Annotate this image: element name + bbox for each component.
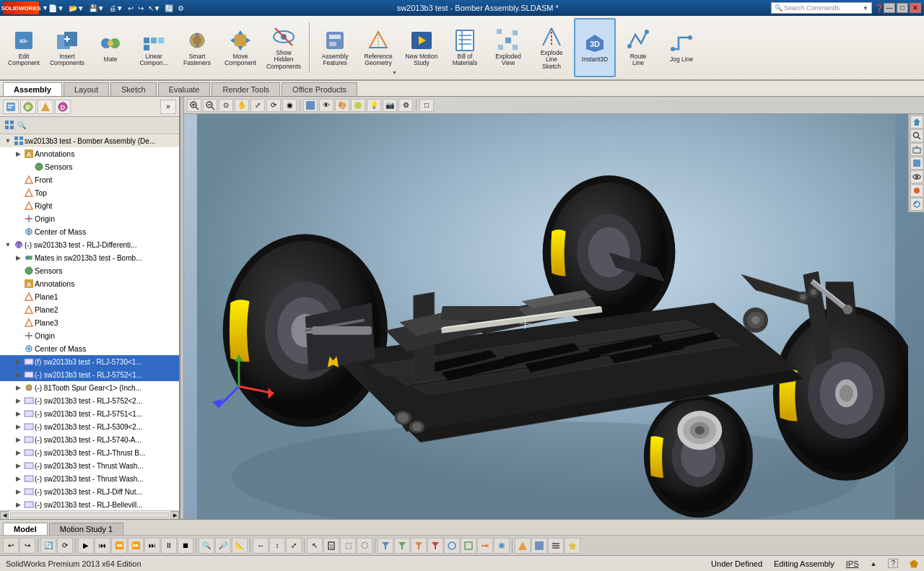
bt-filter8[interactable] [494,538,510,554]
tool-edit-component[interactable]: ✏ EditComponent [3,18,45,77]
tree-item-rlj-5752[interactable]: ▶ (-) sw2013b3 test - RLJ-5752<1... [0,368,179,381]
sidebar-expand-btn[interactable]: » [160,100,176,114]
new-btn[interactable]: 📄▼ [48,4,64,12]
tab-office-products[interactable]: Office Products [282,82,357,96]
vp-right-appearance-btn[interactable] [910,184,923,197]
save-btn[interactable]: 💾▼ [89,4,105,12]
vp-settings-btn[interactable]: ⚙ [398,99,413,112]
vp-hide-show-btn[interactable]: 👁 [319,99,334,112]
vp-pan-btn[interactable]: ✋ [235,99,249,112]
sidebar-hscroll-track[interactable] [10,513,169,518]
restore-btn[interactable]: □ [897,3,908,13]
tree-item-top[interactable]: ▶ Top [0,186,179,199]
vp-zoom-fit-btn[interactable]: ⊙ [219,99,233,112]
vp-display-style-btn[interactable] [303,99,318,112]
tool-new-motion-study[interactable]: New MotionStudy [401,18,443,77]
tree-item-thrust-wash2[interactable]: ▶ (-) sw2013b3 test - Thrust Wash... [0,472,179,485]
tool-linear-component[interactable]: LinearCompon... [133,18,175,77]
bt-filter4[interactable] [427,538,443,554]
bt-rebuild-all[interactable]: ⟳ [57,538,73,554]
bt-filter2[interactable] [394,538,410,554]
vp-zoom-in-btn[interactable] [187,99,201,112]
open-btn[interactable]: 📂▼ [69,4,84,12]
titlebar-menu-arrow[interactable]: ▼ [42,4,48,12]
bt-last[interactable]: ⏭ [144,538,160,554]
bottom-tab-motion-study[interactable]: Motion Study 1 [49,523,123,535]
tree-item-mates[interactable]: ▶ Mates in sw2013b3 test - Bomb... [0,251,179,264]
tree-item-front[interactable]: ▶ Front [0,173,179,186]
vp-right-home-btn[interactable] [910,115,923,128]
sidebar-hscroll-right[interactable]: ▶ [170,511,179,520]
vp-select-btn[interactable]: ◉ [282,99,297,112]
tree-item-differential[interactable]: ▼ (-) (-) sw2013b3 test - RLJ-Differenti… [0,238,179,251]
tree-item-center-mass1[interactable]: ▶ Center of Mass [0,225,179,238]
tree-item-origin2[interactable]: ▶ Origin [0,329,179,342]
vp-right-zoom-btn[interactable] [910,129,923,142]
viewport[interactable]: ⊙ ✋ ⤢ ⟳ ◉ 👁 🎨 💡 📷 ⚙ □ [184,97,924,519]
tab-assembly[interactable]: Assembly [3,82,62,96]
bt-prev[interactable]: ⏪ [111,538,127,554]
bt-box-select[interactable]: ⬚ [340,538,356,554]
bt-more4[interactable] [565,538,580,554]
vp-right-display-btn[interactable] [910,157,923,170]
bt-lasso[interactable]: 〇 [357,538,372,554]
tree-item-bellevill[interactable]: ▶ (-) sw2013b3 test - RLJ-Bellevill... [0,498,179,510]
tree-item-annotations2[interactable]: ▶ A Annotations [0,277,179,290]
tree-item-plane2[interactable]: ▶ Plane2 [0,303,179,316]
rebuild-btn[interactable]: 🔄 [165,4,173,12]
tree-item-thrust-wash1[interactable]: ▶ (-) sw2013b3 test - Thrust Wash... [0,459,179,472]
bt-stop[interactable]: ⏹ [178,538,193,554]
tree-item-diff-nut[interactable]: ▶ (-) sw2013b3 test - RLJ-Diff Nut... [0,485,179,498]
bt-select[interactable]: ↖ [307,538,323,554]
select-btn[interactable]: ↖▼ [148,4,161,12]
tool-show-hidden[interactable]: ShowHiddenComponents [263,18,305,77]
tree-item-sensors2[interactable]: ▶ Sensors [0,264,179,277]
bt-pause[interactable]: ⏸ [161,538,177,554]
tab-render-tools[interactable]: Render Tools [212,82,280,96]
bt-filter6[interactable] [461,538,476,554]
vp-right-view-orient-btn[interactable] [910,143,923,156]
bt-pan-h[interactable]: ↔ [253,538,269,554]
bt-rebuild[interactable]: 🔄 [40,538,56,554]
vp-right-hide-btn[interactable] [910,170,923,183]
vp-right-realview-btn[interactable] [910,198,923,211]
tool-mate[interactable]: Mate [90,18,131,77]
tab-layout[interactable]: Layout [64,82,109,96]
vp-scene-btn[interactable] [351,99,365,112]
bt-filter3[interactable] [411,538,427,554]
tree-item-rlj-5309[interactable]: ▶ (-) sw2013b3 test - RLJ-5309<2... [0,420,179,433]
vp-split-view-btn[interactable]: □ [419,99,434,112]
vp-lights-btn[interactable]: 💡 [367,99,381,112]
model-canvas[interactable] [184,114,908,519]
bt-filter1[interactable] [378,538,393,554]
print-btn[interactable]: 🖨▼ [109,4,123,12]
sidebar-filter-icon[interactable]: 🔍 [17,121,26,129]
tool-assembly-features[interactable]: AssemblyFeatures [314,18,356,77]
bt-measure[interactable]: 📐 [232,538,248,554]
tree-item-rlj-5740[interactable]: ▶ (-) sw2013b3 test - RLJ-5740-A... [0,433,179,446]
tool-insert-components[interactable]: InsertComponents [46,18,88,77]
bottom-tab-model[interactable]: Model [3,523,48,535]
sidebar-propertymanager-btn[interactable]: P [20,100,36,114]
sidebar-configurationmanager-btn[interactable] [38,100,53,114]
bt-more1[interactable] [515,538,531,554]
tree-item-thrust-b[interactable]: ▶ (-) sw2013b3 test - RLJ-Thrust B... [0,446,179,459]
reference-geometry-dropdown[interactable]: ▼ [392,70,397,75]
tree-item-spur-gear[interactable]: ▶ (-) 81Tooth Spur Gear<1> (Inch... [0,381,179,394]
tab-sketch[interactable]: Sketch [110,82,157,96]
tool-route-line[interactable]: RouteLine [617,18,659,77]
sidebar-hscroll-left[interactable]: ◀ [0,511,9,520]
tab-evaluate[interactable]: Evaluate [158,82,211,96]
tree-item-plane3[interactable]: ▶ Plane3 [0,316,179,329]
tree-item-center-mass2[interactable]: ▶ Center of Mass [0,342,179,355]
units-dropdown[interactable]: ▲ [871,560,877,567]
vp-zoom-area-btn[interactable]: ⤢ [250,99,265,112]
tree-root[interactable]: ▼ sw2013b3 test - Bomber Assembly (De... [0,134,179,147]
tool-smart-fasteners[interactable]: SmartFasteners [176,18,218,77]
tool-bill-of-materials[interactable]: Bill ofMaterials [444,18,486,77]
tree-item-rlj-5730[interactable]: ▶ (f) sw2013b3 test - RLJ-5730<1... [0,355,179,368]
options-btn[interactable]: ⚙ [178,4,184,12]
tool-jog-line[interactable]: Jog Line [661,18,702,77]
bt-more3[interactable] [548,538,564,554]
tree-item-sensors1[interactable]: ▶ Sensors [0,160,179,173]
